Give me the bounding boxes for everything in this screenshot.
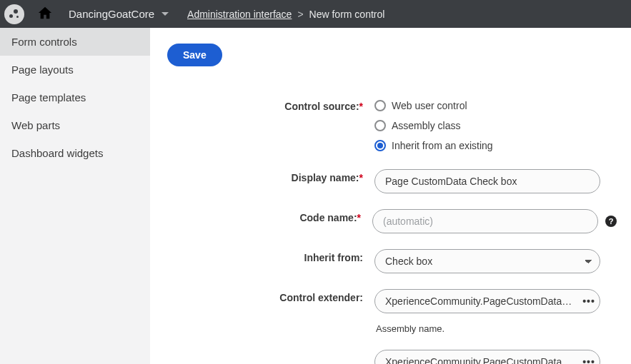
- assembly-name-sublabel: Assembly name.: [376, 323, 617, 334]
- home-icon[interactable]: [29, 6, 57, 22]
- display-name-label: Display name:*: [167, 169, 374, 183]
- inherit-from-label: Inherit from:: [167, 249, 374, 263]
- app-logo[interactable]: [4, 4, 24, 24]
- sidebar-item-page-layouts[interactable]: Page layouts: [0, 56, 150, 84]
- sidebar-item-dashboard-widgets[interactable]: Dashboard widgets: [0, 139, 150, 167]
- help-icon[interactable]: ?: [605, 216, 617, 227]
- assembly-name-value: XperienceCommunity.PageCustomDataCon...: [375, 295, 578, 307]
- brand-name: DancingGoatCore: [69, 8, 154, 20]
- brand-dropdown[interactable]: DancingGoatCore: [61, 8, 173, 20]
- class-name-picker[interactable]: XperienceCommunity.PageCustomDataCon... …: [374, 350, 600, 364]
- control-source-label: Control source:*: [167, 98, 374, 112]
- sidebar: Form controls Page layouts Page template…: [0, 28, 150, 364]
- chevron-down-icon: [162, 12, 169, 16]
- main-content: Save Control source:* Web user control A…: [150, 28, 631, 364]
- breadcrumb-separator: >: [297, 9, 303, 20]
- display-name-input[interactable]: [374, 169, 600, 193]
- assembly-name-picker[interactable]: XperienceCommunity.PageCustomDataCon... …: [374, 289, 600, 313]
- breadcrumb: Administration interface > New form cont…: [177, 9, 384, 20]
- inherit-from-select[interactable]: Check box: [374, 249, 600, 273]
- save-button[interactable]: Save: [167, 44, 222, 66]
- radio-web-user-control[interactable]: Web user control: [374, 98, 617, 113]
- sidebar-item-page-templates[interactable]: Page templates: [0, 84, 150, 111]
- sidebar-item-web-parts[interactable]: Web parts: [0, 111, 150, 139]
- top-bar: DancingGoatCore Administration interface…: [0, 0, 631, 28]
- class-name-value: XperienceCommunity.PageCustomDataCon...: [375, 356, 578, 364]
- sidebar-item-form-controls[interactable]: Form controls: [0, 28, 150, 56]
- radio-inherit-existing[interactable]: Inherit from an existing: [374, 138, 617, 153]
- code-name-input[interactable]: [372, 209, 598, 233]
- breadcrumb-parent-link[interactable]: Administration interface: [187, 9, 292, 20]
- code-name-label: Code name:*: [167, 209, 372, 223]
- radio-assembly-class[interactable]: Assembly class: [374, 118, 617, 133]
- breadcrumb-current: New form control: [309, 9, 385, 20]
- class-browse-icon[interactable]: •••: [578, 350, 600, 364]
- assembly-browse-icon[interactable]: •••: [578, 290, 600, 313]
- control-extender-label: Control extender:: [167, 289, 374, 303]
